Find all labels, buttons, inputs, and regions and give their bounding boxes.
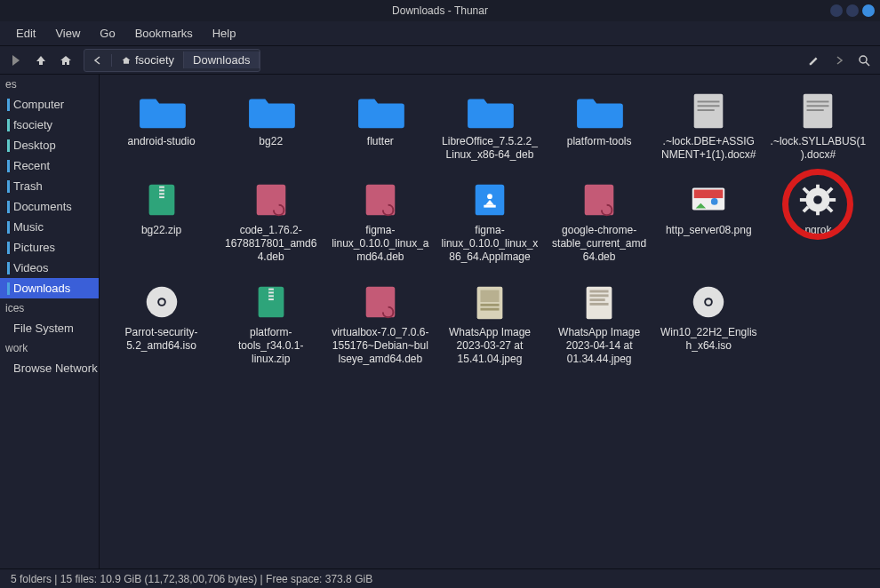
file-item[interactable]: .~lock.DBE+ASSIGNMENT+1(1).docx# [656, 87, 762, 165]
sidebar-accent [7, 262, 10, 274]
sidebar-item-label: Videos [13, 261, 49, 274]
folder-icon [574, 91, 624, 131]
sidebar-item-file-system[interactable]: File System [0, 318, 99, 338]
file-item[interactable]: figma-linux_0.10.0_linux_x86_64.AppImage [436, 176, 542, 267]
doc-icon [684, 91, 733, 131]
file-item[interactable]: bg22 [218, 87, 324, 165]
sidebar-devices-header: ices [0, 298, 99, 318]
file-item[interactable]: code_1.76.2-1678817801_amd64.deb [218, 176, 324, 267]
deb-icon [246, 179, 296, 220]
home-icon [121, 55, 132, 66]
doc-icon [793, 91, 843, 131]
sidebar: es ComputerfsocietyDesktopRecentTrashDoc… [0, 75, 100, 568]
file-label: http_server08.png [666, 224, 752, 237]
file-label: figma-linux_0.10.0_linux_amd64.deb [332, 224, 429, 264]
exec-icon [793, 179, 843, 220]
pathbar: fsociety Downloads [84, 49, 260, 72]
file-item[interactable]: google-chrome-stable_current_amd64.deb [547, 176, 652, 267]
sidebar-accent [7, 119, 10, 131]
deb-icon [356, 179, 405, 220]
path-back-button[interactable] [84, 54, 112, 67]
file-item[interactable]: android-studio [108, 87, 214, 165]
file-label: bg22 [259, 135, 283, 148]
edit-path-button[interactable] [804, 50, 825, 71]
file-item[interactable]: flutter [327, 87, 433, 165]
file-view[interactable]: android-studiobg22flutterLibreOffice_7.5… [100, 75, 880, 568]
sidebar-item-fsociety[interactable]: fsociety [0, 115, 99, 135]
svg-point-38 [860, 56, 867, 63]
nav-up-button[interactable] [30, 50, 52, 71]
file-item[interactable]: bg22.zip [108, 176, 214, 267]
menu-view[interactable]: View [46, 23, 89, 44]
file-label: platform-tools_r34.0.1-linux.zip [222, 326, 320, 366]
sidebar-item-label: File System [13, 322, 74, 335]
menu-help[interactable]: Help [204, 23, 245, 44]
nav-forward-button[interactable] [5, 50, 27, 71]
iso-icon [137, 282, 187, 322]
file-item[interactable]: figma-linux_0.10.0_linux_amd64.deb [327, 176, 433, 267]
file-label: flutter [367, 135, 394, 148]
jpeg1-icon [465, 282, 515, 322]
zip-icon [137, 179, 187, 220]
path-forward-button[interactable] [828, 50, 850, 71]
sidebar-accent [7, 160, 10, 172]
titlebar: Downloads - Thunar [0, 0, 880, 21]
sidebar-item-desktop[interactable]: Desktop [0, 135, 99, 155]
sidebar-accent [7, 180, 10, 193]
menu-go[interactable]: Go [91, 23, 124, 44]
file-item[interactable]: .~lock.SYLLABUS(1).docx# [765, 87, 871, 165]
sidebar-item-label: Downloads [13, 282, 70, 295]
file-label: android-studio [128, 135, 196, 148]
toolbar: fsociety Downloads [0, 46, 880, 75]
path-segment-current[interactable]: Downloads [184, 52, 260, 68]
path-segment-home[interactable]: fsociety [112, 52, 184, 68]
sidebar-item-downloads[interactable]: Downloads [0, 278, 99, 298]
sidebar-item-label: Recent [13, 159, 50, 172]
sidebar-item-trash[interactable]: Trash [0, 176, 99, 196]
file-label: ngrok [804, 224, 831, 237]
file-item[interactable]: http_server08.png [656, 176, 762, 267]
file-label: figma-linux_0.10.0_linux_x86_64.AppImage [441, 224, 539, 264]
file-label: WhatsApp Image 2023-04-14 at 01.34.44.jp… [550, 326, 648, 366]
file-item[interactable]: Parrot-security-5.2_amd64.iso [108, 278, 214, 369]
file-item[interactable]: virtualbox-7.0_7.0.6-155176~Debian~bulls… [327, 278, 433, 369]
file-label: bg22.zip [141, 224, 181, 237]
window-minimize-button[interactable] [830, 4, 843, 17]
file-item[interactable]: Win10_22H2_English_x64.iso [656, 278, 762, 369]
file-item[interactable]: platform-tools_r34.0.1-linux.zip [218, 278, 324, 369]
sidebar-item-label: Music [13, 220, 44, 234]
window-title: Downloads - Thunar [392, 4, 488, 17]
iso-icon [684, 282, 733, 322]
file-item[interactable]: WhatsApp Image 2023-04-14 at 01.34.44.jp… [547, 278, 652, 369]
zip-icon [246, 282, 296, 322]
sidebar-item-recent[interactable]: Recent [0, 155, 99, 176]
sidebar-accent [7, 221, 10, 234]
sidebar-item-videos[interactable]: Videos [0, 258, 99, 278]
sidebar-item-documents[interactable]: Documents [0, 196, 99, 217]
file-label: .~lock.DBE+ASSIGNMENT+1(1).docx# [660, 135, 757, 162]
sidebar-item-browse-network[interactable]: Browse Network [0, 358, 99, 378]
menu-edit[interactable]: Edit [7, 23, 44, 44]
menu-bookmarks[interactable]: Bookmarks [126, 23, 202, 44]
deb-icon [356, 282, 405, 322]
folder-icon [137, 91, 187, 131]
sidebar-item-pictures[interactable]: Pictures [0, 237, 99, 258]
window-maximize-button[interactable] [846, 4, 859, 17]
search-button[interactable] [853, 50, 875, 71]
menubar: Edit View Go Bookmarks Help [0, 21, 880, 46]
nav-home-button[interactable] [55, 50, 76, 71]
sidebar-accent [7, 201, 10, 213]
window-close-button[interactable] [862, 4, 875, 17]
appimage-icon [465, 179, 515, 220]
sidebar-item-label: Trash [13, 179, 43, 193]
file-label: virtualbox-7.0_7.0.6-155176~Debian~bulls… [332, 326, 429, 366]
sidebar-accent [7, 322, 10, 335]
sidebar-accent [7, 282, 10, 295]
file-item[interactable]: LibreOffice_7.5.2.2_Linux_x86-64_deb [436, 87, 542, 165]
file-item[interactable]: platform-tools [547, 87, 652, 165]
file-label: WhatsApp Image 2023-03-27 at 15.41.04.jp… [441, 326, 539, 366]
sidebar-item-computer[interactable]: Computer [0, 94, 99, 115]
file-item[interactable]: WhatsApp Image 2023-03-27 at 15.41.04.jp… [436, 278, 542, 369]
sidebar-item-music[interactable]: Music [0, 217, 99, 237]
file-item[interactable]: ngrok [765, 176, 871, 267]
